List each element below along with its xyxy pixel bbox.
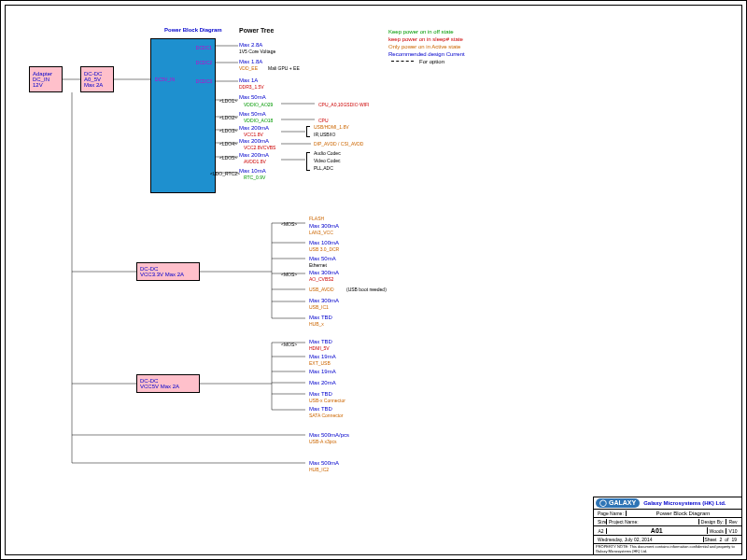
dcdc33-block: DC-DC VCC3.3V Max 2A [136, 262, 200, 281]
design: Woods [708, 528, 726, 534]
ldo1-tag: <LDO1> [219, 98, 237, 104]
max19a: Max 19mA [309, 354, 336, 359]
ldo4-rail: VCC2.8VCVBS [244, 145, 275, 150]
ldo4-b1: DIP_AVDD / CSI_AVDD [314, 141, 363, 147]
size-lbl: Size [596, 519, 607, 525]
ldo3-rail: VCC1.8V [244, 132, 263, 137]
satax-conn: SATA Connector [309, 413, 344, 418]
size: A2 [596, 528, 607, 534]
dc2-desc: Mali GPU + EE [268, 65, 300, 71]
title-block: ◯ GALAXY Galaxy Microsystems (HK) Ltd. P… [593, 497, 742, 555]
ldo2-tag: <LDO2> [219, 115, 237, 120]
flash: FLASH [309, 216, 324, 221]
company-logo: ◯ GALAXY [596, 498, 640, 508]
ldo2-rail: VDDIO_AO18 [244, 118, 273, 123]
max100: Max 100mA [309, 240, 339, 245]
eth: Ethernet [309, 262, 327, 268]
dc2-max: Max 1.8A [239, 59, 262, 64]
proj-lbl: Project Name: [607, 519, 699, 525]
legend-sleep: keep power on in sleep# state [388, 36, 463, 42]
dc3-max: Max 1A [239, 77, 258, 83]
ldo5-b2: Video Codec [314, 158, 341, 163]
pmu-block: DC5V_IN DCDC1 DCDC2 DCDC3 [150, 38, 216, 193]
ldortc-tag: <LDO_RTC2> [210, 171, 240, 176]
ldo5-bracket [306, 152, 310, 171]
ldo3-max: Max 200mA [239, 125, 269, 131]
pmu-dc5v: DC5V_IN [155, 77, 175, 82]
rev: V10 [726, 528, 740, 534]
ldo3-bracket [306, 126, 310, 137]
ldo3-b2: IR,USB/IO [314, 132, 335, 137]
legend-active: Only power on in Active state [388, 44, 460, 49]
usb-boot: (USB boot needed) [346, 287, 387, 292]
dcdc-a05v-block: DC-DC A0_5V Max 2A [80, 66, 114, 92]
max300b: Max 300mA [309, 270, 339, 275]
max50: Max 50mA [309, 256, 336, 261]
max20: Max 20mA [309, 380, 336, 385]
ldo2-max: Max 50mA [239, 111, 266, 117]
ldo2-peer: CPU [318, 118, 329, 123]
adapter-block: Adapter DC_IN 12V [29, 66, 63, 92]
ldortc-rail: RTC_0.9V [244, 175, 265, 180]
dcdc0-l3: Max 2A [84, 82, 110, 88]
flash-max: Max 300mA [309, 223, 339, 229]
adapter-l3: 12V [33, 82, 59, 88]
ldortc-max: Max 10mA [239, 168, 266, 174]
dc1-max: Max 2.8A [239, 42, 262, 48]
ldo1-max: Max 50mA [239, 94, 266, 100]
diagram-title: Power Block Diagram [164, 27, 222, 33]
aocvbs: AO_CVBS2 [309, 276, 333, 282]
ldo3-b1: USB/HDMI_1.8V [314, 124, 349, 130]
usbx-conn: USB-x Connector [309, 398, 345, 403]
dcdc5-l2: VCC5V Max 2A [140, 384, 196, 389]
dc2-rail: VDD_EE [239, 65, 258, 71]
lan: LAN3_VCC [309, 230, 333, 235]
max19b: Max 19mA [309, 369, 336, 374]
legend-rec: Recommended design Current [388, 51, 465, 57]
max300c: Max 300mA [309, 298, 339, 303]
hub33: HUB_x [309, 321, 324, 327]
date: Wednesday, July 02, 2014 [596, 537, 704, 542]
legend-off: Keep power on in off state [388, 29, 454, 35]
ldo1-peer: CPU_A0,10GSDIO WIFI [318, 102, 369, 107]
ldo4-tag: <LDO4> [219, 141, 237, 147]
pmu-dcdc2: DCDC2 [196, 60, 212, 65]
maxtbd33: Max TBD [309, 315, 332, 320]
ldo5-b3: PLL,ADC [314, 165, 333, 171]
pmu-dcdc3: DCDC3 [196, 78, 212, 84]
ldo4-max: Max 200mA [239, 138, 269, 144]
mos5-tag: <MOS> [281, 342, 297, 347]
maxtbd5-1: Max TBD [309, 339, 332, 344]
mos1-tag: <MOS> [281, 221, 297, 227]
hdmi5v: HDMI_5V [309, 345, 330, 351]
usb-ic: USB_IC1 [309, 304, 329, 310]
hub5: HUB_IC2 [309, 467, 329, 472]
dcdc5-block: DC-DC VCC5V Max 2A [136, 374, 200, 393]
usb30dcr: USB 3.0_DCR [309, 246, 339, 252]
ldo5-rail: AVDD1.8V [244, 159, 266, 164]
page-name-lbl: Page Name: [596, 511, 627, 516]
dc3-rail: DDR3_1.5V [239, 84, 264, 90]
maxtbd5-3: Max TBD [309, 406, 332, 412]
usba: USB-A x3pcs [309, 439, 336, 444]
rev-lbl: Rev [726, 519, 740, 525]
mos2-tag: <MOS> [281, 272, 297, 277]
maxtbd5-2: Max TBD [309, 391, 332, 397]
ldo1-rail: VDDIO_AO29 [244, 102, 273, 107]
max500-usba: Max 500mA/pcs [309, 432, 349, 438]
ldo5-max: Max 200mA [239, 152, 269, 158]
ldo5-tag: <LDO5> [219, 155, 237, 161]
ext-usb: EXT_USB [309, 360, 331, 366]
dcdc33-l2: VCC3.3V Max 2A [140, 272, 196, 277]
dc1-desc: 1V5 Core Voltage [239, 49, 275, 54]
max500: Max 500mA [309, 460, 339, 466]
legend-option: For option [419, 59, 444, 64]
proj: A01 [607, 527, 708, 534]
property-note: PROPERTY NOTE: This document contains in… [596, 545, 740, 553]
pmu-dcdc1: DCDC1 [196, 45, 212, 50]
legend-option-line [391, 61, 414, 62]
sheet-lbl: Sheet [704, 537, 716, 542]
ldo5-b1: Audio Codec [314, 150, 341, 156]
usb-avdd: USB_AVDD [309, 287, 334, 292]
ldo3-tag: <LDO3> [219, 128, 237, 133]
